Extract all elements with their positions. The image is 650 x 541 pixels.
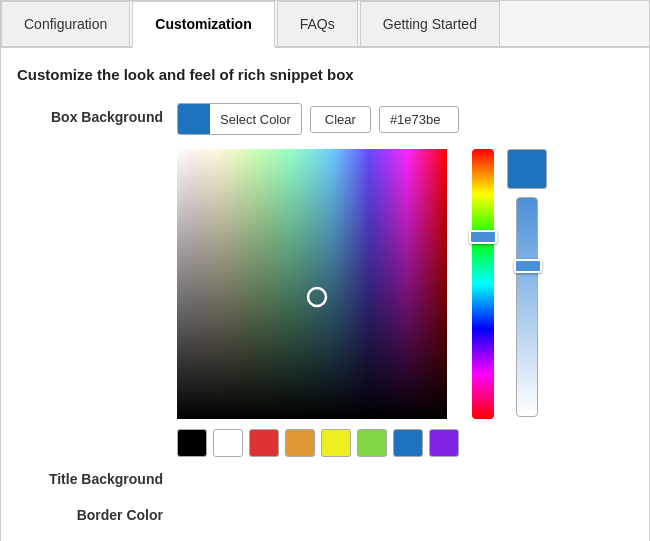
swatch-white[interactable] bbox=[213, 429, 243, 457]
color-row-box-background: Select Color Clear #1e73be bbox=[177, 103, 459, 135]
select-color-button[interactable]: Select Color bbox=[177, 103, 302, 135]
clear-button[interactable]: Clear bbox=[310, 106, 371, 133]
right-panel bbox=[507, 149, 547, 417]
main-content: Customize the look and feel of rich snip… bbox=[1, 48, 649, 541]
title-color-label: Title Color bbox=[17, 537, 177, 541]
picker-main-area bbox=[177, 149, 459, 457]
gradient-picker[interactable] bbox=[177, 149, 447, 419]
tab-bar: Configuration Customization FAQs Getting… bbox=[1, 1, 649, 48]
swatch-blue[interactable] bbox=[393, 429, 423, 457]
border-color-label: Border Color bbox=[17, 501, 177, 523]
swatch-green[interactable] bbox=[357, 429, 387, 457]
select-color-label: Select Color bbox=[210, 107, 301, 132]
hue-slider-container bbox=[469, 149, 497, 419]
swatch-black[interactable] bbox=[177, 429, 207, 457]
svg-rect-2 bbox=[177, 149, 447, 419]
opacity-slider-handle[interactable] bbox=[514, 259, 542, 273]
tab-configuration[interactable]: Configuration bbox=[1, 1, 130, 46]
color-preview-swatch bbox=[178, 104, 210, 134]
title-background-row: Title Background bbox=[17, 465, 633, 487]
title-color-row: Title Color bbox=[17, 537, 633, 541]
opacity-slider[interactable] bbox=[516, 197, 538, 417]
opacity-slider-container bbox=[516, 197, 538, 417]
tab-getting-started[interactable]: Getting Started bbox=[360, 1, 500, 46]
swatches-row bbox=[177, 429, 459, 457]
hue-slider-handle[interactable] bbox=[469, 230, 497, 244]
title-background-label: Title Background bbox=[17, 465, 177, 487]
border-color-row: Border Color bbox=[17, 501, 633, 523]
tab-faqs[interactable]: FAQs bbox=[277, 1, 358, 46]
swatch-orange[interactable] bbox=[285, 429, 315, 457]
swatch-purple[interactable] bbox=[429, 429, 459, 457]
box-background-label: Box Background bbox=[17, 103, 177, 125]
gradient-svg bbox=[177, 149, 447, 419]
hue-slider[interactable] bbox=[472, 149, 494, 419]
color-picker-panel bbox=[177, 149, 633, 457]
final-color-preview bbox=[507, 149, 547, 189]
box-background-row: Box Background Select Color Clear #1e73b… bbox=[17, 103, 633, 135]
tab-customization[interactable]: Customization bbox=[132, 1, 274, 48]
swatch-yellow[interactable] bbox=[321, 429, 351, 457]
section-title: Customize the look and feel of rich snip… bbox=[17, 66, 633, 83]
color-hex-value: #1e73be bbox=[379, 106, 459, 133]
swatch-red[interactable] bbox=[249, 429, 279, 457]
